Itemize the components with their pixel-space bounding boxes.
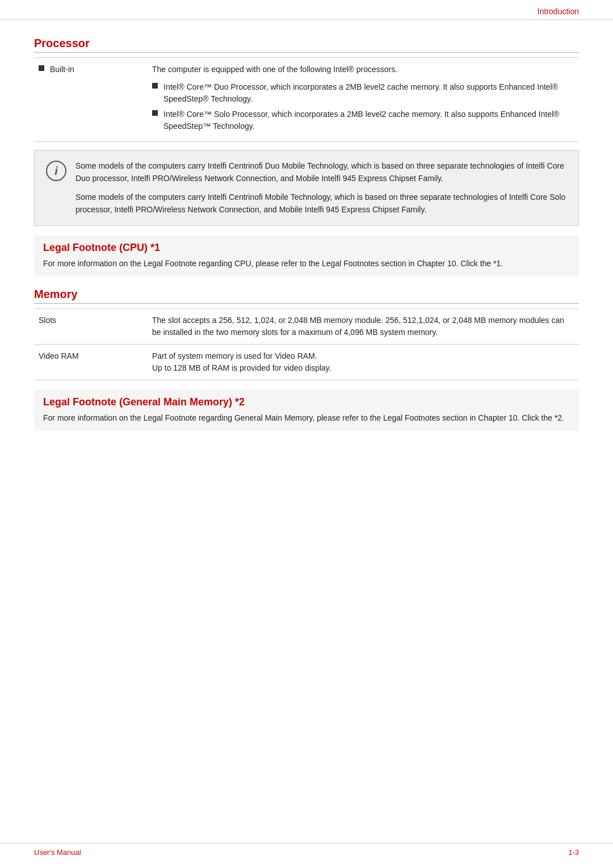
page-header: Introduction: [0, 0, 613, 20]
cpu-footnote-title: Legal Footnote (CPU) *1: [43, 242, 570, 254]
footer-left: User's Manual: [34, 848, 81, 857]
processor-section: Processor Built-in The computer is equip…: [34, 37, 579, 142]
table-row: Built-in The computer is equipped with o…: [34, 58, 579, 142]
built-in-bullet: Built-in: [39, 64, 143, 76]
built-in-intro: The computer is equipped with one of the…: [152, 64, 574, 76]
video-ram-description: Part of system memory is used for Video …: [148, 344, 579, 380]
memory-footnote-text: For more information on the Legal Footno…: [43, 412, 570, 424]
solo-processor-text: Intel® Core™ Solo Processor, which incor…: [163, 108, 574, 132]
page-footer: User's Manual 1-3: [0, 843, 613, 857]
info-icon: i: [46, 161, 66, 181]
memory-table: Slots The slot accepts a 256, 512, 1,024…: [34, 308, 579, 380]
processor-table: Built-in The computer is equipped with o…: [34, 57, 579, 142]
header-title: Introduction: [538, 7, 579, 19]
memory-footnote-title: Legal Footnote (General Main Memory) *2: [43, 396, 570, 408]
memory-divider: [34, 303, 579, 304]
built-in-description: The computer is equipped with one of the…: [148, 58, 579, 142]
processor-title: Processor: [34, 37, 579, 50]
info-paragraph-1: Some models of the computers carry Intel…: [75, 160, 567, 185]
duo-processor-item: Intel® Core™ Duo Processor, which incorp…: [152, 81, 574, 105]
video-ram-line-1: Part of system memory is used for Video …: [152, 350, 574, 362]
slots-label: Slots: [34, 308, 148, 344]
info-paragraph-2: Some models of the computers carry Intel…: [75, 191, 567, 216]
video-ram-row: Video RAM Part of system memory is used …: [34, 344, 579, 380]
memory-footnote-box: Legal Footnote (General Main Memory) *2 …: [34, 389, 579, 431]
slots-description: The slot accepts a 256, 512, 1,024, or 2…: [148, 308, 579, 344]
cpu-footnote-box: Legal Footnote (CPU) *1 For more informa…: [34, 235, 579, 276]
bullet-square-icon-2: [152, 110, 158, 116]
page-content: Processor Built-in The computer is equip…: [0, 20, 613, 454]
built-in-label: Built-in: [34, 58, 148, 142]
slots-row: Slots The slot accepts a 256, 512, 1,024…: [34, 308, 579, 344]
memory-title: Memory: [34, 288, 579, 301]
memory-section: Memory Slots The slot accepts a 256, 512…: [34, 288, 579, 380]
info-box: i Some models of the computers carry Int…: [34, 150, 579, 226]
footer-right: 1-3: [568, 848, 579, 857]
solo-processor-item: Intel® Core™ Solo Processor, which incor…: [152, 108, 574, 132]
duo-processor-text: Intel® Core™ Duo Processor, which incorp…: [163, 81, 574, 105]
bullet-square-icon: [39, 65, 44, 71]
cpu-footnote-text: For more information on the Legal Footno…: [43, 257, 570, 270]
processor-divider: [34, 52, 579, 53]
built-in-text: Built-in: [50, 64, 143, 76]
info-box-text: Some models of the computers carry Intel…: [75, 160, 567, 216]
bullet-square-icon-1: [152, 83, 158, 89]
video-ram-line-2: Up to 128 MB of RAM is provided for vide…: [152, 362, 574, 374]
video-ram-label: Video RAM: [34, 344, 148, 380]
